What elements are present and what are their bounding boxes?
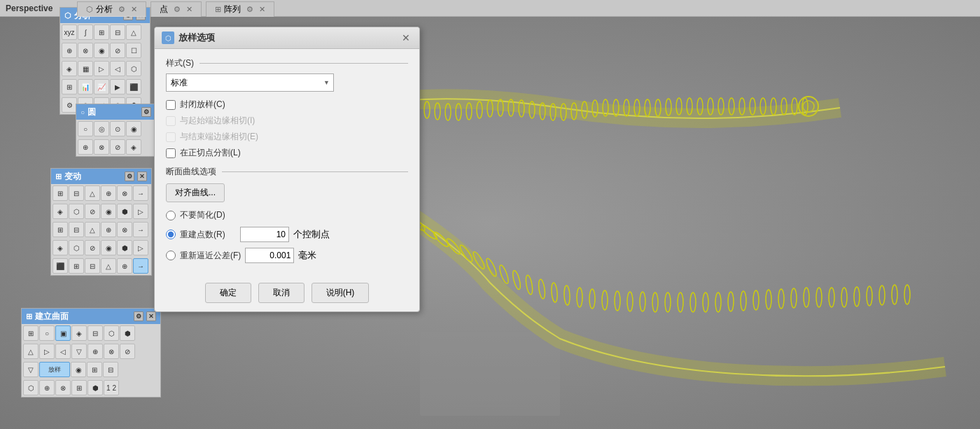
bd-t27[interactable]: ⊟ [85,258,100,274]
jl-t6[interactable]: ⬡ [104,325,119,341]
tab-zhenlie-gear[interactable]: ⚙ [246,5,253,14]
tab-fenxi-gear[interactable]: ⚙ [118,5,125,14]
bd-t21[interactable]: ⊘ [85,240,100,255]
bd-t10[interactable]: ◉ [101,204,116,219]
jl-t25[interactable]: 1 2 [104,380,119,395]
fenxi-tool-7[interactable]: ⊗ [78,43,93,58]
yuan-t3[interactable]: ⊙ [110,121,125,136]
panel-biandong-header[interactable]: ⊞ 变动 ⚙ ✕ [51,169,151,184]
tab-zhenlie-close[interactable]: ✕ [259,5,265,14]
jl-t1[interactable]: ⊞ [23,325,38,341]
jl-t23[interactable]: ⊞ [71,380,87,395]
fenxi-tool-12[interactable]: ▦ [78,61,93,76]
fenxi-tool-10[interactable]: ☐ [126,43,141,58]
bd-t18[interactable]: → [133,222,148,237]
jl-t3[interactable]: ▣ [55,325,71,341]
tab-fenxi-close[interactable]: ✕ [131,5,137,14]
jl-t8[interactable]: △ [23,344,38,359]
bd-t28[interactable]: △ [101,258,116,274]
bd-t30-arrow[interactable]: → [133,258,148,274]
fenxi-tool-3[interactable]: ⊞ [94,24,109,40]
fenxi-tool-15[interactable]: ⬡ [126,61,141,76]
jl-t5[interactable]: ⊟ [88,325,103,341]
panel-biandong-gear[interactable]: ⚙ [125,171,134,181]
dialog-close-button[interactable]: ✕ [400,31,412,44]
yuan-t8[interactable]: ◈ [126,139,141,155]
bd-t24[interactable]: ▷ [133,240,148,255]
fenxi-tool-19[interactable]: ▶ [110,79,125,94]
jl-t10[interactable]: ◁ [55,344,71,359]
tab-dian[interactable]: 点 ⚙ ✕ [150,1,202,17]
bd-t23[interactable]: ⬢ [117,240,132,255]
cancel-button[interactable]: 取消 [258,283,304,303]
bd-t7[interactable]: ◈ [52,204,68,219]
bd-t15[interactable]: △ [85,222,100,237]
fenxi-tool-16[interactable]: ⊞ [62,79,77,94]
refit-value-input[interactable] [245,248,294,263]
bd-t19[interactable]: ◈ [52,240,68,255]
help-button[interactable]: 说明(H) [312,283,370,303]
jl-t18[interactable]: ⊞ [87,362,102,377]
jl-t7[interactable]: ⬢ [120,325,135,341]
bd-t22[interactable]: ◉ [101,240,116,255]
panel-yuan-gear[interactable]: ⚙ [141,107,151,117]
rebuild-label[interactable]: 重建点数(R) [180,229,236,241]
jl-t15[interactable]: ▽ [23,362,38,377]
bd-t13[interactable]: ⊞ [52,222,68,237]
fenxi-tool-6[interactable]: ⊕ [62,43,77,58]
yuan-t5[interactable]: ⊕ [78,139,93,155]
tab-dian-close[interactable]: ✕ [186,5,192,14]
jl-t22[interactable]: ⊗ [55,380,71,395]
panel-biandong-close[interactable]: ✕ [137,171,147,181]
jl-t17[interactable]: ◉ [71,362,86,377]
split-tangent-checkbox[interactable] [166,148,176,158]
jl-t9[interactable]: ▷ [39,344,55,359]
yuan-t1[interactable]: ○ [78,121,93,136]
fenxi-tool-21[interactable]: ⚙ [62,97,77,113]
closed-loft-checkbox[interactable] [166,100,176,110]
bd-t12[interactable]: ▷ [133,204,148,219]
bd-t2[interactable]: ⊟ [69,185,84,201]
bd-t29[interactable]: ⊕ [117,258,132,274]
jl-t13[interactable]: ⊗ [104,344,119,359]
fenxi-tool-9[interactable]: ⊘ [110,43,125,58]
style-select[interactable]: 标准 直线段 松弛 [166,73,334,92]
fenxi-tool-8[interactable]: ◉ [94,43,109,58]
tab-fenxi[interactable]: ⬡ 分析 ⚙ ✕ [77,1,146,17]
panel-jianli-header[interactable]: ⊞ 建立曲面 ⚙ ✕ [22,309,160,324]
panel-jianli-gear[interactable]: ⚙ [134,311,144,321]
bd-t6[interactable]: → [133,185,148,201]
jl-t24[interactable]: ⬢ [88,380,103,395]
yuan-t6[interactable]: ⊗ [94,139,109,155]
yuan-t2[interactable]: ◎ [94,121,109,136]
bd-t25[interactable]: ⬛ [52,258,68,274]
align-curves-button[interactable]: 对齐曲线... [166,183,225,202]
fenxi-tool-4[interactable]: ⊟ [110,24,125,40]
bd-t8[interactable]: ⬡ [69,204,84,219]
bd-t1[interactable]: ⊞ [52,185,68,201]
jl-t20[interactable]: ⬡ [23,380,38,395]
tab-zhenlie[interactable]: ⊞ 阵列 ⚙ ✕ [206,1,274,17]
jl-t11[interactable]: ▽ [71,344,87,359]
bd-t9[interactable]: ⊘ [85,204,100,219]
tangent-end-checkbox[interactable] [166,132,176,142]
no-simplify-label[interactable]: 不要简化(D) [180,209,225,221]
jl-t12[interactable]: ⊕ [88,344,103,359]
yuan-t4[interactable]: ◉ [126,121,141,136]
fenxi-tool-14[interactable]: ◁ [110,61,125,76]
closed-loft-label[interactable]: 封闭放样(C) [180,99,225,111]
jl-fayang[interactable]: 放样 [39,362,70,377]
jl-t21[interactable]: ⊕ [39,380,55,395]
fenxi-tool-11[interactable]: ◈ [62,61,77,76]
fenxi-tool-20[interactable]: ⬛ [126,79,141,94]
refit-label[interactable]: 重新逼近公差(F) [180,250,241,262]
jl-t19[interactable]: ⊟ [103,362,118,377]
fenxi-tool-18[interactable]: 📈 [94,79,109,94]
fenxi-tool-2[interactable]: ∫ [78,24,93,40]
bd-t5[interactable]: ⊗ [117,185,132,201]
bd-t20[interactable]: ⬡ [69,240,84,255]
no-simplify-radio[interactable] [166,211,176,220]
rebuild-radio[interactable] [166,230,176,239]
bd-t4[interactable]: ⊕ [101,185,116,201]
tangent-start-checkbox[interactable] [166,116,176,126]
